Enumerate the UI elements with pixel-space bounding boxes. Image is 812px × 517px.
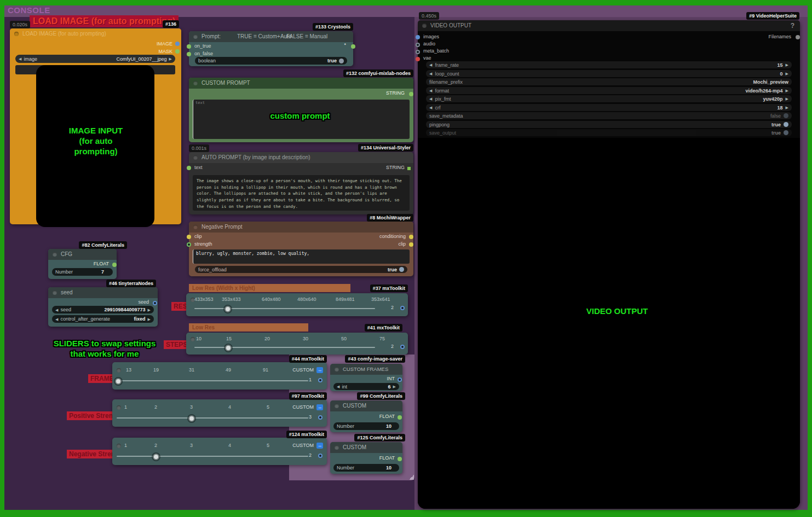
save-output-toggle-dot[interactable] — [784, 130, 788, 135]
collapse-dot[interactable] — [53, 291, 57, 295]
pos-option[interactable]: 5 — [267, 404, 269, 410]
input-slot-meta-batch[interactable] — [416, 50, 420, 54]
crf-widget[interactable]: ◀ crf 18 ▶ — [426, 104, 792, 111]
collapse-dot[interactable] — [117, 405, 121, 410]
comfyui-canvas[interactable]: CONSOLE LOAD IMAGE (for auto prompting) … — [0, 0, 812, 517]
collapse-dot[interactable] — [335, 404, 339, 408]
input-slot-strength[interactable] — [187, 242, 191, 247]
frames-option[interactable]: 31 — [189, 367, 194, 373]
frames-option[interactable]: 19 — [153, 367, 159, 373]
collapse-dot[interactable] — [14, 32, 19, 36]
output-slot-image[interactable] — [175, 42, 180, 46]
control-next-arrow-icon[interactable]: ▶ — [148, 317, 151, 321]
save-output-toggle[interactable]: save_output true — [426, 129, 792, 136]
filename-prefix-widget[interactable]: filename_prefix Mochi_preview — [426, 78, 792, 85]
node-auto-prompt[interactable]: AUTO PROMPT (by image input description)… — [189, 152, 413, 214]
output-slot-string[interactable] — [409, 92, 413, 96]
collapse-dot[interactable] — [193, 34, 198, 39]
steps-option[interactable]: 20 — [264, 336, 270, 341]
pos-number-widget[interactable]: Number 10 — [333, 422, 399, 430]
input-slot-clip[interactable] — [187, 235, 191, 239]
format-widget[interactable]: ◀ format video/h264-mp4 ▶ — [426, 87, 792, 94]
prev-arrow-icon[interactable]: ◀ — [429, 63, 432, 67]
input-slot-text[interactable] — [187, 166, 191, 170]
custom-edit-icon[interactable]: ↔ — [316, 367, 323, 373]
neg-slider-knob[interactable] — [153, 454, 159, 460]
output-slot-conditioning[interactable] — [409, 235, 413, 239]
input-slot-images[interactable] — [416, 35, 420, 39]
res-option[interactable]: 433x353 — [194, 297, 214, 302]
next-arrow-icon[interactable]: ▶ — [786, 106, 788, 109]
input-slot-on-true[interactable] — [187, 44, 191, 49]
steps-output-slot[interactable] — [400, 345, 405, 349]
pix-fmt-widget[interactable]: ◀ pix_fmt yuv420p ▶ — [426, 95, 792, 102]
collapse-dot[interactable] — [117, 368, 121, 373]
output-slot-mask[interactable] — [175, 49, 180, 54]
node-frames-slider[interactable]: 13 19 31 49 91 CUSTOM ↔ 1 — [112, 362, 327, 390]
neg-option[interactable]: 4 — [228, 443, 231, 448]
boolean-toggle-widget[interactable]: boolean true — [195, 57, 347, 65]
pos-option[interactable]: 2 — [154, 404, 157, 410]
custom-edit-icon[interactable]: ↔ — [316, 404, 323, 410]
prev-arrow-icon[interactable]: ◀ — [429, 106, 432, 109]
pos-option[interactable]: 1 — [124, 404, 127, 410]
node-neg-float[interactable]: CUSTOM FLOAT Number 10 — [330, 442, 402, 474]
int-widget[interactable]: ◀ int 6 ▶ — [333, 383, 399, 390]
prev-image-arrow-icon[interactable]: ◀ — [19, 57, 21, 61]
frames-output-slot[interactable] — [318, 378, 323, 382]
pos-slider-track[interactable] — [117, 417, 308, 419]
input-slot-on-false[interactable] — [187, 52, 191, 56]
pingpong-toggle[interactable]: pingpong true — [426, 121, 792, 128]
node-custom-frames[interactable]: CUSTOM FRAMES INT ◀ int 6 ▶ — [330, 364, 402, 391]
output-slot-float[interactable] — [398, 457, 402, 461]
panel-resize-handle[interactable] — [408, 474, 414, 480]
node-video-output[interactable]: VIDEO OUTPUT ? images audio meta_batch v… — [418, 20, 800, 509]
int-next-arrow-icon[interactable]: ▶ — [393, 385, 396, 388]
pos-option[interactable]: 3 — [190, 404, 193, 410]
frames-slider-track[interactable] — [117, 380, 308, 381]
cfg-number-widget[interactable]: Number 7 — [52, 268, 113, 276]
neg-output-slot[interactable] — [318, 454, 323, 458]
collapse-dot[interactable] — [335, 367, 339, 371]
negative-prompt-textarea[interactable]: blurry, ugly, monster, zombie, low quali… — [193, 249, 410, 264]
frames-option[interactable]: 13 — [126, 367, 131, 373]
steps-option[interactable]: 30 — [303, 336, 308, 341]
next-arrow-icon[interactable]: ▶ — [786, 89, 788, 92]
node-negative-prompt[interactable]: Negative Prompt clip strength conditioni… — [189, 222, 413, 276]
collapse-dot[interactable] — [193, 225, 198, 229]
neg-option[interactable]: 1 — [124, 443, 127, 448]
frames-option[interactable]: 91 — [263, 367, 268, 373]
node-steps-slider[interactable]: 10 15 20 30 50 75 2 — [186, 333, 408, 355]
collapse-dot[interactable] — [53, 252, 57, 257]
steps-slider-track[interactable] — [194, 347, 375, 348]
frame-rate-widget[interactable]: ◀ frame_rate 15 ▶ — [426, 61, 792, 68]
neg-slider-track[interactable] — [117, 456, 308, 457]
prev-arrow-icon[interactable]: ◀ — [429, 97, 432, 101]
seed-prev-arrow-icon[interactable]: ◀ — [55, 308, 58, 312]
node-res-slider[interactable]: 433x353 353x433 640x480 480x640 849x481 … — [186, 293, 408, 316]
node-prompt-switch[interactable]: Prompt: TRUE = Custom+Auto FALSE = Manua… — [189, 31, 353, 66]
neg-option[interactable]: 2 — [154, 443, 157, 448]
node-seed[interactable]: seed seed ◀ seed 299109844009773 ▶ ◀ con… — [48, 287, 158, 327]
res-option[interactable]: 849x481 — [336, 297, 355, 302]
control-prev-arrow-icon[interactable]: ◀ — [55, 317, 58, 321]
neg-number-widget[interactable]: Number 10 — [333, 464, 399, 472]
neg-option[interactable]: 5 — [267, 443, 269, 448]
image-file-combo[interactable]: ◀ image ComfyUI_00207__jpeg ▶ — [15, 55, 175, 63]
seed-next-arrow-icon[interactable]: ▶ — [148, 308, 151, 312]
seed-value-widget[interactable]: ◀ seed 299109844009773 ▶ — [52, 306, 154, 313]
next-image-arrow-icon[interactable]: ▶ — [169, 57, 172, 61]
res-option[interactable]: 353x433 — [222, 297, 241, 302]
collapse-dot[interactable] — [191, 337, 195, 341]
res-output-slot[interactable] — [400, 306, 405, 310]
output-slot-seed[interactable] — [153, 301, 157, 305]
pos-output-slot[interactable] — [318, 415, 323, 420]
node-custom-prompt[interactable]: CUSTOM PROMPT STRING text custom prompt — [189, 78, 413, 142]
input-slot-vae[interactable] — [416, 57, 420, 61]
output-slot-float[interactable] — [398, 415, 402, 420]
res-option[interactable]: 640x480 — [262, 297, 281, 302]
auto-prompt-text[interactable]: The image shows a close-up of a person's… — [193, 175, 410, 211]
pos-custom-option[interactable]: CUSTOM — [292, 404, 314, 410]
output-slot-int[interactable] — [398, 377, 402, 382]
res-slider-track[interactable] — [194, 308, 375, 309]
